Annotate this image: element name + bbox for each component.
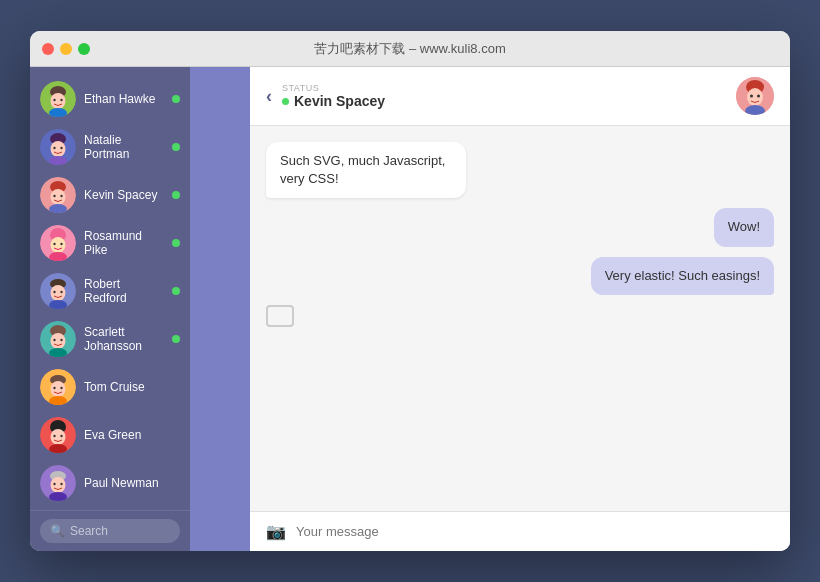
contact-item-kevin[interactable]: Kevin Spacey	[30, 171, 190, 219]
online-dot-kevin	[172, 191, 180, 199]
message-3: Very elastic! Such easings!	[591, 257, 774, 295]
main-content: Ethan HawkeNatalie PortmanKevin SpaceyRo…	[30, 67, 790, 551]
svg-point-9	[53, 147, 55, 149]
svg-point-38	[51, 381, 66, 397]
middle-panel	[190, 67, 250, 551]
search-input[interactable]	[70, 524, 170, 538]
chat-header-name: Kevin Spacey	[282, 93, 385, 109]
svg-point-14	[51, 189, 66, 205]
avatar-ethan	[40, 81, 76, 117]
message-input[interactable]	[296, 524, 774, 539]
back-button[interactable]: ‹	[266, 86, 272, 107]
svg-point-52	[60, 483, 62, 485]
contact-name-paul: Paul Newman	[84, 476, 180, 490]
contact-item-paul[interactable]: Paul Newman	[30, 459, 190, 507]
svg-point-27	[53, 291, 55, 293]
contact-name-scarlett: Scarlett Johansson	[84, 325, 164, 353]
svg-point-44	[51, 429, 66, 445]
search-wrapper[interactable]: 🔍	[40, 519, 180, 543]
svg-point-58	[757, 95, 760, 98]
svg-point-56	[747, 88, 763, 106]
app-window: 苦力吧素材下载 – www.kuli8.com Ethan HawkeNatal…	[30, 31, 790, 551]
svg-point-3	[53, 99, 55, 101]
svg-point-40	[60, 387, 62, 389]
title-bar: 苦力吧素材下载 – www.kuli8.com	[30, 31, 790, 67]
svg-point-46	[60, 435, 62, 437]
contact-list: Ethan HawkeNatalie PortmanKevin SpaceyRo…	[30, 67, 190, 510]
avatar-kevin	[40, 177, 76, 213]
contact-item-robert[interactable]: Robert Redford	[30, 267, 190, 315]
svg-point-26	[51, 285, 66, 301]
sidebar: Ethan HawkeNatalie PortmanKevin SpaceyRo…	[30, 67, 190, 551]
online-dot-natalie	[172, 143, 180, 151]
traffic-lights	[42, 43, 90, 55]
svg-point-39	[53, 387, 55, 389]
contact-name-rosamund: Rosamund Pike	[84, 229, 164, 257]
avatar-tom	[40, 369, 76, 405]
typing-indicator	[266, 305, 294, 327]
svg-point-2	[51, 93, 66, 109]
message-2: Wow!	[714, 208, 774, 246]
svg-point-16	[60, 195, 62, 197]
online-indicator	[282, 98, 289, 105]
online-dot-rosamund	[172, 239, 180, 247]
status-label: STATUS	[282, 83, 319, 93]
online-dot-scarlett	[172, 335, 180, 343]
contact-name-natalie: Natalie Portman	[84, 133, 164, 161]
chat-avatar	[736, 77, 774, 115]
contact-item-tom[interactable]: Tom Cruise	[30, 363, 190, 411]
chat-area: ‹ STATUS Kevin Spacey	[250, 67, 790, 551]
svg-point-51	[53, 483, 55, 485]
chat-contact-name: Kevin Spacey	[294, 93, 385, 109]
contact-item-ethan[interactable]: Ethan Hawke	[30, 75, 190, 123]
svg-point-10	[60, 147, 62, 149]
svg-point-15	[53, 195, 55, 197]
message-1: Such SVG, much Javascript, very CSS!	[266, 142, 466, 198]
contact-item-scarlett[interactable]: Scarlett Johansson	[30, 315, 190, 363]
svg-point-21	[53, 243, 55, 245]
svg-point-34	[60, 339, 62, 341]
svg-point-28	[60, 291, 62, 293]
contact-name-robert: Robert Redford	[84, 277, 164, 305]
messages-area: Such SVG, much Javascript, very CSS! Wow…	[250, 126, 790, 511]
online-dot-robert	[172, 287, 180, 295]
svg-point-22	[60, 243, 62, 245]
chat-header-info: STATUS Kevin Spacey	[282, 83, 726, 109]
contact-name-eva: Eva Green	[84, 428, 180, 442]
svg-point-8	[51, 141, 66, 157]
window-title: 苦力吧素材下载 – www.kuli8.com	[314, 40, 505, 58]
contact-item-rosamund[interactable]: Rosamund Pike	[30, 219, 190, 267]
svg-point-57	[750, 95, 753, 98]
svg-point-20	[51, 237, 66, 253]
avatar-paul	[40, 465, 76, 501]
contact-item-natalie[interactable]: Natalie Portman	[30, 123, 190, 171]
minimize-button[interactable]	[60, 43, 72, 55]
contact-name-kevin: Kevin Spacey	[84, 188, 164, 202]
svg-point-33	[53, 339, 55, 341]
svg-point-50	[51, 477, 66, 493]
avatar-eva	[40, 417, 76, 453]
chat-input-area: 📷	[250, 511, 790, 551]
svg-point-32	[51, 333, 66, 349]
avatar-natalie	[40, 129, 76, 165]
maximize-button[interactable]	[78, 43, 90, 55]
contact-item-eva[interactable]: Eva Green	[30, 411, 190, 459]
camera-icon[interactable]: 📷	[266, 522, 286, 541]
search-icon: 🔍	[50, 524, 65, 538]
svg-point-45	[53, 435, 55, 437]
chat-header: ‹ STATUS Kevin Spacey	[250, 67, 790, 126]
avatar-robert	[40, 273, 76, 309]
close-button[interactable]	[42, 43, 54, 55]
online-dot-ethan	[172, 95, 180, 103]
search-bar: 🔍	[30, 510, 190, 551]
avatar-rosamund	[40, 225, 76, 261]
contact-name-tom: Tom Cruise	[84, 380, 180, 394]
avatar-scarlett	[40, 321, 76, 357]
svg-point-4	[60, 99, 62, 101]
contact-name-ethan: Ethan Hawke	[84, 92, 164, 106]
